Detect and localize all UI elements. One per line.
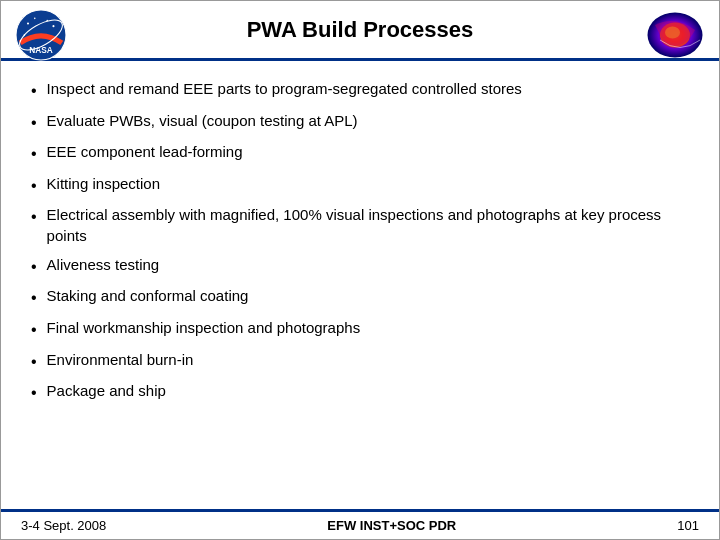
list-item: •Kitting inspection	[31, 174, 689, 197]
slide-footer: 3-4 Sept. 2008 EFW INST+SOC PDR 101	[1, 509, 719, 539]
slide-title: PWA Build Processes	[247, 17, 474, 43]
list-item: •Final workmanship inspection and photog…	[31, 318, 689, 341]
bullet-icon: •	[31, 287, 37, 309]
list-item-text: EEE component lead-forming	[47, 142, 243, 162]
list-item: •Package and ship	[31, 381, 689, 404]
nasa-logo: NASA	[15, 9, 67, 61]
list-item-text: Evaluate PWBs, visual (coupon testing at…	[47, 111, 358, 131]
list-item-text: Aliveness testing	[47, 255, 160, 275]
bullet-icon: •	[31, 206, 37, 228]
bullet-icon: •	[31, 382, 37, 404]
footer-date: 3-4 Sept. 2008	[21, 518, 106, 533]
svg-point-5	[52, 25, 54, 27]
list-item: •Aliveness testing	[31, 255, 689, 278]
footer-center: EFW INST+SOC PDR	[327, 518, 456, 533]
list-item: •Inspect and remand EEE parts to program…	[31, 79, 689, 102]
bullet-icon: •	[31, 351, 37, 373]
list-item-text: Final workmanship inspection and photogr…	[47, 318, 361, 338]
list-item: •Staking and conformal coating	[31, 286, 689, 309]
bullet-icon: •	[31, 319, 37, 341]
svg-point-2	[27, 23, 29, 25]
list-item: •Evaluate PWBs, visual (coupon testing a…	[31, 111, 689, 134]
list-item-text: Electrical assembly with magnified, 100%…	[47, 205, 689, 246]
top-right-logo	[645, 9, 705, 61]
bullet-icon: •	[31, 112, 37, 134]
bullet-icon: •	[31, 143, 37, 165]
slide-content: •Inspect and remand EEE parts to program…	[1, 61, 719, 509]
list-item-text: Inspect and remand EEE parts to program-…	[47, 79, 522, 99]
list-item-text: Kitting inspection	[47, 174, 160, 194]
svg-point-3	[34, 18, 36, 20]
bullet-icon: •	[31, 256, 37, 278]
list-item: •Electrical assembly with magnified, 100…	[31, 205, 689, 246]
list-item: •Environmental burn-in	[31, 350, 689, 373]
list-item: •EEE component lead-forming	[31, 142, 689, 165]
bullet-icon: •	[31, 80, 37, 102]
list-item-text: Package and ship	[47, 381, 166, 401]
list-item-text: Staking and conformal coating	[47, 286, 249, 306]
bullet-icon: •	[31, 175, 37, 197]
slide-header: NASA PWA Build Processes	[1, 1, 719, 61]
slide-page: NASA PWA Build Processes	[0, 0, 720, 540]
footer-page: 101	[677, 518, 699, 533]
bullet-list: •Inspect and remand EEE parts to program…	[31, 79, 689, 404]
list-item-text: Environmental burn-in	[47, 350, 194, 370]
